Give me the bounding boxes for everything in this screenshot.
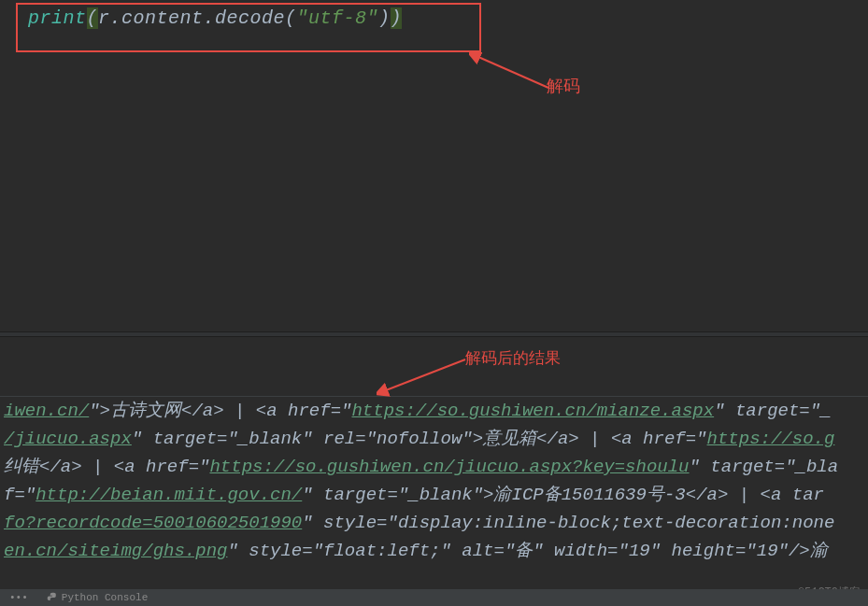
url-text: /jiucuo.aspx bbox=[4, 429, 132, 449]
html-text: " style="float:left;" alt="备" width="19"… bbox=[227, 541, 827, 561]
url-text: http://beian.miit.gov.cn/ bbox=[36, 485, 302, 505]
url-text: https://so.gushiwen.cn/jiucuo.aspx?key=s… bbox=[209, 457, 689, 477]
svg-line-3 bbox=[386, 359, 465, 390]
svg-line-1 bbox=[478, 57, 548, 88]
result-annotation: 解码后的结果 bbox=[465, 347, 561, 369]
html-text: " style="display:inline-block;text-decor… bbox=[302, 513, 834, 533]
annotation-arrow-2 bbox=[377, 358, 475, 397]
url-text: https://so.g bbox=[707, 429, 835, 449]
annotation-arrow-1 bbox=[469, 52, 558, 95]
close-paren: ) bbox=[378, 7, 391, 29]
decode-annotation: 解码 bbox=[547, 75, 580, 97]
output-line-2: /jiucuo.aspx" target="_blank" rel="nofol… bbox=[0, 425, 868, 453]
string-literal: "utf-8" bbox=[297, 7, 379, 29]
code-editor-area: print(r.content.decode("utf-8")) 解码 bbox=[0, 0, 868, 331]
output-line-4: f="http://beian.miit.gov.cn/" target="_b… bbox=[0, 481, 868, 509]
python-console-label: Python Console bbox=[62, 592, 148, 603]
url-text: en.cn/siteimg/ghs.png bbox=[4, 541, 227, 561]
html-text: " target="_ bbox=[714, 401, 831, 421]
open-paren-2: ( bbox=[285, 7, 297, 29]
bottom-bar-tab[interactable]: ••• bbox=[9, 592, 28, 603]
url-text: iwen.cn/ bbox=[4, 401, 89, 421]
html-text: " target="_bla bbox=[690, 457, 839, 477]
python-console-tab[interactable]: Python Console bbox=[47, 592, 148, 603]
close-paren-2: ) bbox=[391, 7, 403, 29]
code-line[interactable]: print(r.content.decode("utf-8")) bbox=[0, 0, 868, 36]
output-line-1: iwen.cn/">古诗文网</a> | <a href="https://so… bbox=[0, 397, 868, 425]
output-line-3: 纠错</a> | <a href="https://so.gushiwen.cn… bbox=[0, 453, 868, 481]
url-text: https://so.gushiwen.cn/mianze.aspx bbox=[351, 401, 714, 421]
html-text: " target="_blank" rel="nofollow">意见箱</a>… bbox=[132, 429, 707, 449]
url-text: fo?recordcode=50010602501990 bbox=[4, 513, 302, 533]
html-text: 纠错</a> | <a href=" bbox=[4, 457, 209, 477]
html-text: " target="_blank">渝ICP备15011639号-3</a> |… bbox=[302, 485, 824, 505]
open-paren: ( bbox=[87, 7, 99, 29]
code-content: r.content.decode bbox=[98, 7, 285, 29]
output-line-5: fo?recordcode=50010602501990" style="dis… bbox=[0, 509, 868, 537]
console-output-area[interactable]: iwen.cn/">古诗文网</a> | <a href="https://so… bbox=[0, 396, 868, 565]
output-top-area: 解码后的结果 bbox=[0, 337, 868, 396]
html-text: f=" bbox=[4, 485, 36, 505]
output-line-6: en.cn/siteimg/ghs.png" style="float:left… bbox=[0, 537, 868, 565]
print-keyword: print bbox=[28, 7, 87, 29]
bottom-status-bar: ••• Python Console bbox=[0, 589, 868, 606]
html-text: ">古诗文网</a> | <a href=" bbox=[89, 401, 351, 421]
python-icon bbox=[47, 592, 58, 603]
